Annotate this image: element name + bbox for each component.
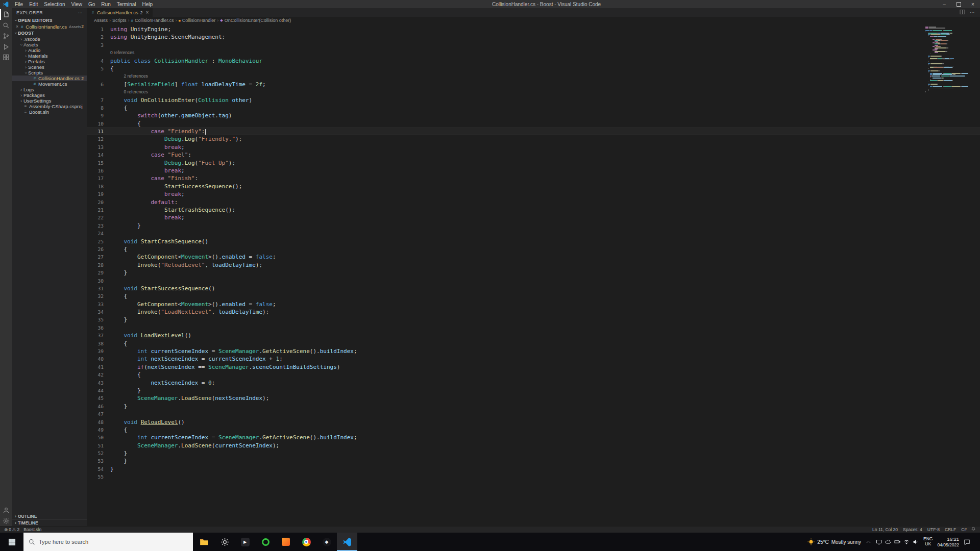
notifications-bell-icon[interactable]: [971, 527, 976, 533]
code-line[interactable]: 45 SceneManager.LoadScene(nextSceneIndex…: [87, 394, 980, 402]
code-line[interactable]: 23 }: [87, 222, 980, 230]
codelens-row[interactable]: 2 references: [87, 72, 980, 80]
dark-triangle-app-icon[interactable]: ▶: [235, 533, 255, 551]
wifi-icon[interactable]: [903, 539, 910, 545]
code-line[interactable]: 17 case "Finish":: [87, 174, 980, 182]
tree-item-prefabs[interactable]: ›Prefabs: [12, 59, 87, 64]
code-line[interactable]: 22 break;: [87, 214, 980, 221]
maximize-button[interactable]: [951, 0, 966, 8]
code-line[interactable]: 25 void StartCrashSequence(): [87, 238, 980, 245]
tree-item-logs[interactable]: ›Logs: [12, 87, 87, 92]
code-line[interactable]: 32 {: [87, 292, 980, 300]
breadcrumb-item[interactable]: OnCollisionEnter(Collision other): [225, 18, 291, 23]
code-line[interactable]: 9 switch(other.gameObject.tag): [87, 112, 980, 119]
code-line[interactable]: 42 {: [87, 371, 980, 379]
code-line[interactable]: 52 }: [87, 449, 980, 457]
code-line[interactable]: 33 GetComponent<Movement>().enabled = fa…: [87, 300, 980, 308]
volume-icon[interactable]: [913, 539, 919, 545]
tree-item-assembly-csharp-csproj[interactable]: ≡Assembly-CSharp.csproj: [12, 104, 87, 109]
code-line[interactable]: 43 nextSceneIndex = 0;: [87, 379, 980, 387]
timeline-section[interactable]: › TIMELINE: [12, 519, 87, 526]
explorer-icon[interactable]: [0, 9, 12, 20]
code-line[interactable]: 35 }: [87, 316, 980, 323]
code-line[interactable]: 14 case "Fuel":: [87, 151, 980, 159]
code-line[interactable]: 40 int nextSceneIndex = currentSceneInde…: [87, 355, 980, 363]
open-editor-item[interactable]: × # CollisionHandler.cs Assets\Scripts 2: [12, 23, 87, 30]
close-button[interactable]: ×: [966, 0, 980, 8]
split-editor-icon[interactable]: [960, 9, 965, 16]
code-line[interactable]: 15 Debug.Log("Fuel Up");: [87, 159, 980, 167]
clock[interactable]: 16:21 04/05/2022: [937, 536, 959, 547]
notification-center-icon[interactable]: [964, 539, 970, 545]
code-line[interactable]: 2using UnityEngine.SceneManagement;: [87, 33, 980, 41]
code-line[interactable]: 19 break;: [87, 190, 980, 198]
code-line[interactable]: 26 {: [87, 245, 980, 253]
codelens-label[interactable]: 0 references: [110, 88, 148, 96]
code-line[interactable]: 55: [87, 473, 980, 481]
orange-app-icon[interactable]: [276, 533, 296, 551]
code-line[interactable]: 13 break;: [87, 143, 980, 151]
code-line[interactable]: 53 }: [87, 457, 980, 465]
tab-collisionhandler[interactable]: # CollisionHandler.cs 2 ×: [87, 8, 153, 17]
search-icon[interactable]: [0, 20, 12, 31]
outline-section[interactable]: › OUTLINE: [12, 513, 87, 519]
code-line[interactable]: 1using UnityEngine;: [87, 26, 980, 33]
menu-selection[interactable]: Selection: [41, 2, 68, 7]
code-line[interactable]: 6 [SerializeField] float loadDelayTime =…: [87, 81, 980, 88]
project-selector[interactable]: Boost.sln: [23, 527, 41, 532]
code-line[interactable]: 34 Invoke("LoadNextLevel", loadDelayTime…: [87, 308, 980, 316]
menu-help[interactable]: Help: [139, 2, 156, 7]
tree-item-boost-sln[interactable]: ≡Boost.sln: [12, 109, 87, 115]
minimize-button[interactable]: –: [937, 0, 951, 8]
code-line[interactable]: 41 if(nextSceneIndex == SceneManager.sce…: [87, 363, 980, 371]
code-line[interactable]: 44 }: [87, 387, 980, 394]
code-line[interactable]: 39 int currentSceneIndex = SceneManager.…: [87, 347, 980, 355]
code-line[interactable]: 30: [87, 277, 980, 285]
menu-edit[interactable]: Edit: [26, 2, 41, 7]
code-line[interactable]: 21 StartCrashSequence();: [87, 206, 980, 214]
code-line[interactable]: 49 {: [87, 426, 980, 434]
code-line[interactable]: 51 SceneManager.LoadScene(currentSceneIn…: [87, 442, 980, 449]
tree-item-assets[interactable]: ›Assets: [12, 42, 87, 47]
tree-item-audio[interactable]: ›Audio: [12, 47, 87, 53]
run-debug-icon[interactable]: [0, 41, 12, 52]
codelens-label[interactable]: 0 references: [110, 49, 134, 57]
breadcrumb-item[interactable]: Assets: [94, 18, 108, 23]
editor-more-actions-icon[interactable]: ⋯: [970, 10, 975, 15]
code-editor[interactable]: 1using UnityEngine;2using UnityEngine.Sc…: [87, 24, 980, 526]
tree-item-materials[interactable]: ›Materials: [12, 53, 87, 59]
status-ln-11-col-20[interactable]: Ln 11, Col 20: [872, 527, 898, 532]
code-line[interactable]: 47: [87, 410, 980, 418]
display-icon[interactable]: [876, 539, 882, 545]
file-explorer-icon[interactable]: [194, 533, 214, 551]
codelens-row[interactable]: 0 references: [87, 49, 980, 57]
menu-view[interactable]: View: [68, 2, 86, 7]
menu-file[interactable]: File: [12, 2, 26, 7]
chrome-icon[interactable]: [296, 533, 316, 551]
tree-item-collisionhandler-cs[interactable]: #CollisionHandler.cs2: [12, 76, 87, 81]
code-line[interactable]: 46 }: [87, 403, 980, 410]
tree-item-usersettings[interactable]: ›UserSettings: [12, 98, 87, 104]
minimap[interactable]: [925, 27, 974, 93]
tree-item-movement-cs[interactable]: #Movement.cs: [12, 81, 87, 87]
language-indicator[interactable]: ENG UK: [923, 537, 933, 547]
extensions-icon[interactable]: [0, 52, 12, 63]
hidden-icons-chevron[interactable]: [866, 539, 871, 545]
project-section-header[interactable]: › BOOST: [12, 30, 87, 36]
status-c#[interactable]: C#: [961, 527, 967, 532]
account-icon[interactable]: [0, 505, 12, 515]
close-editor-icon[interactable]: ×: [16, 24, 18, 29]
tab-close-icon[interactable]: ×: [146, 10, 149, 15]
code-line[interactable]: 31 void StartSuccessSequence(): [87, 285, 980, 292]
code-line[interactable]: 18 StartSuccessSequence();: [87, 183, 980, 190]
code-line[interactable]: 3: [87, 41, 980, 49]
code-line[interactable]: 5{: [87, 65, 980, 72]
status-crlf[interactable]: CRLF: [945, 527, 956, 532]
tree-item--vscode[interactable]: ›.vscode: [12, 36, 87, 42]
status-utf-8[interactable]: UTF-8: [927, 527, 940, 532]
tree-item-scenes[interactable]: ›Scenes: [12, 64, 87, 70]
source-control-icon[interactable]: [0, 31, 12, 41]
code-line[interactable]: 50 int currentSceneIndex = SceneManager.…: [87, 434, 980, 441]
code-line[interactable]: 4public class CollisionHandler : MonoBeh…: [87, 57, 980, 65]
taskbar-search-input[interactable]: Type here to search: [23, 533, 193, 551]
